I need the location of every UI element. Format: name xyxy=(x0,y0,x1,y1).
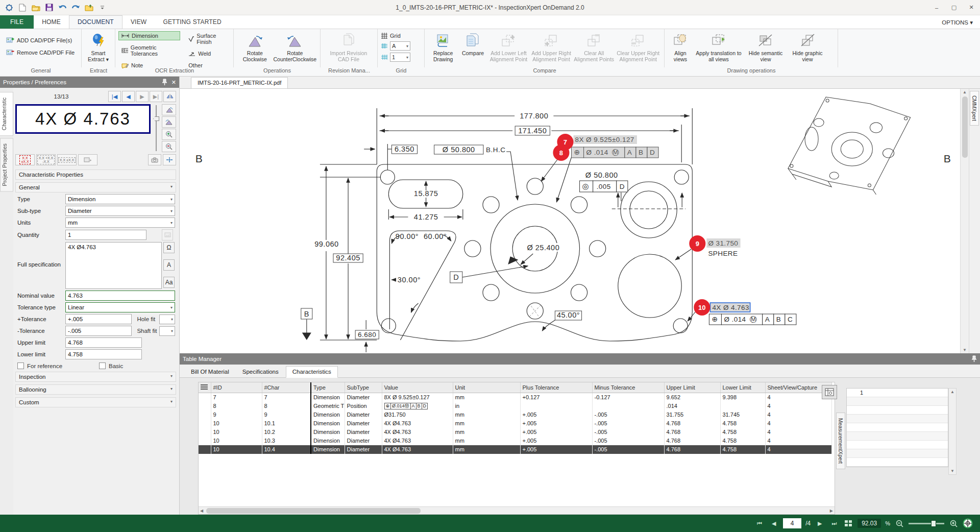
tab-characteristics[interactable]: Characteristics xyxy=(286,366,338,378)
scroll-right-icon[interactable]: ▶ xyxy=(828,509,835,513)
section-inspection[interactable]: Inspection▾ xyxy=(15,372,176,382)
first-page-icon[interactable]: ⏮ xyxy=(754,518,765,528)
dim-6350[interactable]: 6.350 xyxy=(395,145,414,153)
cmmxpert-tab[interactable]: CMMXpert xyxy=(970,91,979,126)
rotate-clockwise-button[interactable]: Rotate Clockwise xyxy=(237,31,273,62)
zoom-level[interactable]: 92.03 xyxy=(857,519,881,528)
section-general[interactable]: General▾ xyxy=(15,182,176,192)
minus-tolerance-input[interactable]: -.005 xyxy=(65,326,132,336)
save-icon[interactable] xyxy=(44,3,54,13)
section-ballooning[interactable]: Ballooning▾ xyxy=(15,384,176,395)
previous-page-icon[interactable]: ◀ xyxy=(769,518,779,528)
add-cad-pdf-button[interactable]: ADD CAD/PDF File(s) xyxy=(3,35,78,45)
scroll-up-icon[interactable]: ▲ xyxy=(963,90,967,94)
lower-limit-input[interactable]: 4.758 xyxy=(65,349,142,359)
maximize-button[interactable]: ▢ xyxy=(945,1,963,14)
flip-capture-button[interactable] xyxy=(163,91,176,102)
close-panel-icon[interactable]: ✕ xyxy=(172,79,176,86)
units-select[interactable]: mm▾ xyxy=(65,217,175,228)
clear-all-alignment-button[interactable]: Clear All Alignment Points xyxy=(573,31,616,62)
hide-semantic-view-button[interactable]: Hide semantic view xyxy=(744,31,787,62)
undo-icon[interactable] xyxy=(57,3,67,13)
row-handle-header[interactable] xyxy=(199,382,211,393)
detach-icon[interactable] xyxy=(163,154,176,165)
dim-25400[interactable]: Ø 25.400 xyxy=(527,244,559,252)
table-row[interactable]: 99DimensionDiameterØ31.750mm+.005-.00531… xyxy=(199,410,831,419)
close-button[interactable]: ✕ xyxy=(963,1,980,14)
last-characteristic-button[interactable]: ▶| xyxy=(150,91,162,102)
tab-home[interactable]: HOME xyxy=(34,16,69,29)
clear-upper-right-alignment-button[interactable]: Clear Upper Right Alignment Point xyxy=(616,31,661,62)
type-select[interactable]: Dimension▾ xyxy=(65,194,175,204)
basic-checkbox[interactable] xyxy=(99,362,106,369)
grid-row-select[interactable]: A▾ xyxy=(390,41,410,51)
preview-zoom-slider[interactable] xyxy=(153,104,160,152)
sheet-list-item[interactable] xyxy=(847,397,948,406)
pin-icon[interactable] xyxy=(162,79,167,86)
table-row[interactable]: 1010.1DimensionDiameter4X Ø4.763mm+.005-… xyxy=(199,419,831,428)
zoom-out-icon[interactable] xyxy=(162,141,176,152)
dim-41275[interactable]: 41.275 xyxy=(414,213,438,221)
apply-translation-button[interactable]: Apply translation to all views xyxy=(693,31,744,62)
tolerance-type-select[interactable]: Linear▾ xyxy=(65,302,175,312)
zoom-slider[interactable] xyxy=(909,523,944,524)
sheet-list-item[interactable] xyxy=(847,406,948,415)
surface-finish-button[interactable]: Surface Finish xyxy=(185,31,230,46)
dimension-button[interactable]: Dimension xyxy=(118,31,180,40)
recapture-icon[interactable] xyxy=(148,154,161,165)
plus-tolerance-input[interactable]: +.005 xyxy=(65,314,132,324)
sheet-list-item[interactable] xyxy=(847,458,948,467)
dim-92405[interactable]: 92.405 xyxy=(336,254,360,262)
measurementxpert-tab[interactable]: MeasurementXpert xyxy=(836,413,845,469)
tab-bill-of-material[interactable]: Bill Of Material xyxy=(185,367,235,377)
align-views-button[interactable]: Align views xyxy=(668,31,693,62)
smart-extract-button[interactable]: Smart Extract ▾ xyxy=(85,31,112,62)
angle-90[interactable]: 90.00° xyxy=(396,232,419,240)
minimize-button[interactable]: – xyxy=(928,1,945,14)
datum-d[interactable]: D xyxy=(453,273,459,281)
table-pin-icon[interactable] xyxy=(971,355,977,363)
fit-view-icon[interactable] xyxy=(843,518,853,528)
dim-6680[interactable]: 6.680 xyxy=(358,331,376,338)
section-custom[interactable]: Custom▾ xyxy=(15,397,176,407)
replace-drawing-button[interactable]: Replace Drawing xyxy=(428,31,458,62)
redo-icon[interactable] xyxy=(70,3,81,13)
format-nominal-tolerance-button[interactable]: X.X±X.X xyxy=(15,154,35,165)
geometric-tolerances-button[interactable]: Geometric Tolerances xyxy=(118,43,180,58)
import-revision-button[interactable]: Import Revision CAD File xyxy=(324,31,374,62)
dim-171450[interactable]: 171.450 xyxy=(518,127,547,135)
quantity-capture-icon[interactable] xyxy=(162,229,173,240)
rotate-capture-ccw-icon[interactable] xyxy=(162,116,176,128)
case-button[interactable]: Aa xyxy=(163,277,175,288)
table-horizontal-scrollbar[interactable]: ◀ ▶ xyxy=(199,506,835,514)
table-row[interactable]: 88Geometric TPosition ⊕Ø.014ⓂABD in.0144 xyxy=(199,402,831,410)
tab-specifications[interactable]: Specifications xyxy=(236,367,285,377)
new-file-icon[interactable] xyxy=(17,3,28,13)
nominal-value-input[interactable]: 4.763 xyxy=(65,291,175,301)
drawing-canvas[interactable]: 7 8 9 10 B B 177.800 171.450 6.350 Ø 50.… xyxy=(180,89,960,353)
weld-button[interactable]: Weld xyxy=(185,49,230,58)
subtype-select[interactable]: Diameter▾ xyxy=(65,206,175,216)
angle-60[interactable]: 60.00° xyxy=(424,232,447,240)
angle-45[interactable]: 45.00° xyxy=(557,311,580,319)
sheet-list-item[interactable] xyxy=(847,449,948,458)
table-row-selected[interactable]: 1010.4DimensionDiameter4X Ø4.763mm+.005-… xyxy=(199,445,831,454)
datum-b[interactable]: B xyxy=(304,310,309,318)
format-plus-minus-button[interactable]: X.X +X.X-X.X xyxy=(36,154,56,165)
options-menu[interactable]: OPTIONS ▾ xyxy=(935,16,980,29)
document-tab[interactable]: IMTS-20-16-PRT_METRIC-IX.pdf xyxy=(191,77,288,88)
remove-cad-pdf-button[interactable]: Remove CAD/PDF File xyxy=(3,47,78,57)
hide-graphic-view-button[interactable]: Hide graphic view xyxy=(787,31,828,62)
symbol-button[interactable]: Ω xyxy=(163,242,175,253)
dim-99060[interactable]: 99.060 xyxy=(314,240,338,248)
for-reference-checkbox[interactable] xyxy=(17,362,24,369)
hole-fit-select[interactable]: ▾ xyxy=(159,315,175,324)
rotate-counterclockwise-button[interactable]: Rotate CounterClockwise xyxy=(273,31,317,62)
sheet-list-item[interactable] xyxy=(847,423,948,432)
spec-9-sphere[interactable]: SPHERE xyxy=(708,250,738,257)
tab-document[interactable]: DOCUMENT xyxy=(69,15,122,29)
shaft-fit-select[interactable]: ▾ xyxy=(159,326,175,336)
customize-toolbar-icon[interactable] xyxy=(97,3,107,13)
grid-col-select[interactable]: 1▾ xyxy=(390,53,410,62)
side-tab-project-properties[interactable]: Project Properties xyxy=(0,138,13,191)
